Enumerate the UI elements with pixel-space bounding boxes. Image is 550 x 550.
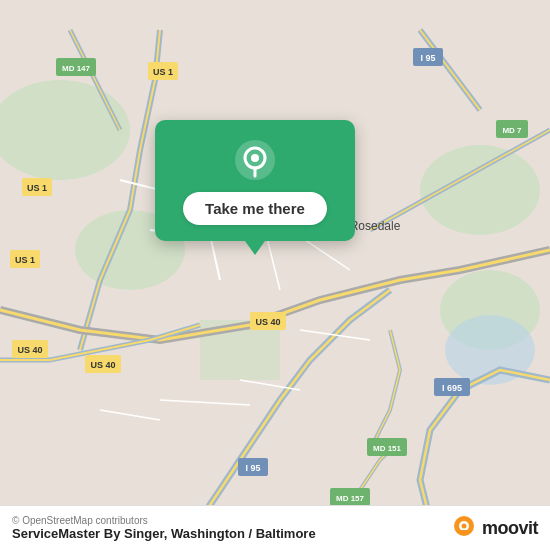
map-roads: US 1 MD 147 I 95 MD 7 US 1 US 1 Rosedale…	[0, 0, 550, 550]
location-pin-icon	[233, 138, 277, 182]
location-popup: Take me there	[155, 120, 355, 241]
moovit-logo: moovit	[450, 514, 538, 542]
svg-line-20	[100, 410, 160, 420]
svg-text:MD 157: MD 157	[336, 494, 365, 503]
map-container: US 1 MD 147 I 95 MD 7 US 1 US 1 Rosedale…	[0, 0, 550, 550]
svg-text:Rosedale: Rosedale	[350, 219, 401, 233]
svg-text:US 40: US 40	[90, 360, 115, 370]
svg-text:US 1: US 1	[15, 255, 35, 265]
svg-point-54	[461, 524, 466, 529]
svg-text:MD 147: MD 147	[62, 64, 91, 73]
moovit-brand-text: moovit	[482, 518, 538, 539]
service-name: ServiceMaster By Singer, Washington / Ba…	[12, 526, 316, 541]
svg-line-19	[160, 400, 250, 405]
bottom-bar: © OpenStreetMap contributors ServiceMast…	[0, 505, 550, 550]
moovit-pin-icon	[450, 514, 478, 542]
svg-text:US 1: US 1	[153, 67, 173, 77]
svg-text:I 95: I 95	[420, 53, 435, 63]
svg-text:US 40: US 40	[255, 317, 280, 327]
take-me-there-button[interactable]: Take me there	[183, 192, 327, 225]
svg-text:I 95: I 95	[245, 463, 260, 473]
svg-text:MD 151: MD 151	[373, 444, 402, 453]
svg-text:I 695: I 695	[442, 383, 462, 393]
copyright-text: © OpenStreetMap contributors	[12, 515, 316, 526]
bottom-left-info: © OpenStreetMap contributors ServiceMast…	[12, 515, 316, 541]
svg-text:US 40: US 40	[17, 345, 42, 355]
svg-line-7	[420, 30, 480, 110]
svg-point-50	[251, 154, 259, 162]
svg-text:US 1: US 1	[27, 183, 47, 193]
svg-text:MD 7: MD 7	[502, 126, 522, 135]
svg-point-0	[0, 80, 130, 180]
